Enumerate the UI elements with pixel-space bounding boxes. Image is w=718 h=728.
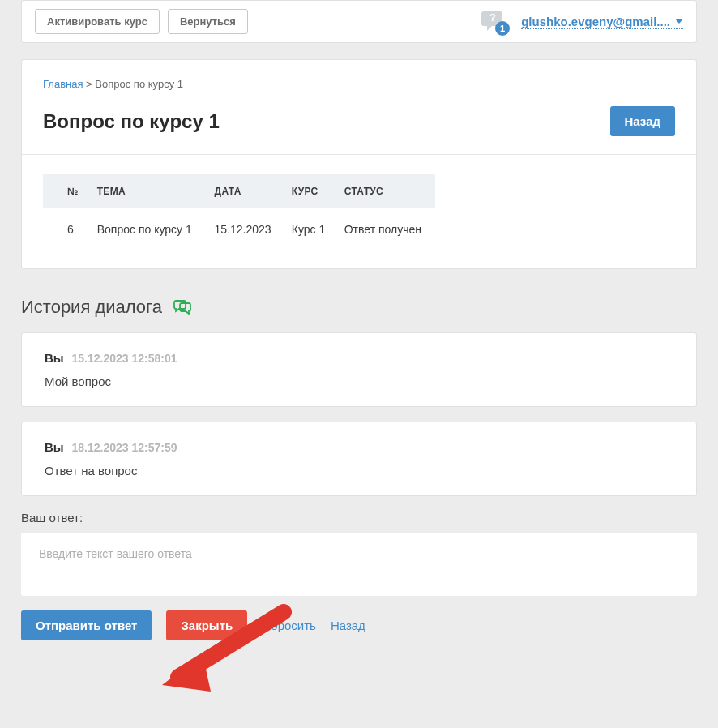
close-button[interactable]: Закрыть: [166, 610, 247, 640]
message-author: Вы: [45, 440, 64, 454]
message-timestamp: 18.12.2023 12:57:59: [72, 441, 177, 454]
message-card: Вы 18.12.2023 12:57:59 Ответ на вопрос: [21, 422, 697, 496]
table-header-row: № ТЕМА ДАТА КУРС СТАТУС: [43, 174, 435, 208]
th-status: СТАТУС: [336, 174, 435, 208]
cell-date: 15.12.2023: [207, 208, 284, 251]
breadcrumb: Главная > Вопрос по курсу 1: [43, 78, 675, 90]
page-title: Вопрос по курсу 1: [43, 110, 220, 133]
svg-marker-1: [162, 654, 211, 660]
return-button[interactable]: Вернуться: [168, 9, 248, 34]
cell-topic: Вопрос по курсу 1: [89, 208, 207, 251]
chevron-down-icon: [675, 19, 683, 24]
reply-placeholder: Введите текст вашего ответа: [39, 547, 192, 560]
divider: [22, 154, 696, 155]
message-author: Вы: [45, 351, 64, 365]
breadcrumb-sep: >: [86, 78, 95, 90]
reply-label: Ваш ответ:: [21, 511, 697, 525]
user-menu[interactable]: glushko.evgeny@gmail....: [521, 15, 683, 29]
chat-icon: [173, 300, 191, 315]
breadcrumb-home[interactable]: Главная: [43, 78, 83, 90]
topbar: Активировать курс Вернуться ? 1 glushko.…: [21, 0, 697, 43]
th-course: КУРС: [284, 174, 336, 208]
table-row: 6 Вопрос по курсу 1 15.12.2023 Курс 1 От…: [43, 208, 435, 251]
notifications-icon[interactable]: ? 1: [481, 10, 508, 34]
reset-link[interactable]: Сбросить: [262, 619, 316, 632]
notif-badge: 1: [495, 21, 510, 36]
cell-status: Ответ получен: [336, 208, 435, 251]
topbar-right: ? 1 glushko.evgeny@gmail....: [481, 10, 683, 34]
message-body: Мой вопрос: [45, 375, 673, 388]
user-email-text: glushko.evgeny@gmail....: [521, 15, 670, 28]
question-table: № ТЕМА ДАТА КУРС СТАТУС 6 Вопрос по курс…: [43, 174, 435, 251]
breadcrumb-current: Вопрос по курсу 1: [95, 78, 183, 90]
message-card: Вы 15.12.2023 12:58:01 Мой вопрос: [21, 332, 697, 407]
svg-text:?: ?: [489, 11, 496, 24]
message-body: Ответ на вопрос: [45, 464, 673, 477]
cell-course: Курс 1: [284, 208, 336, 251]
back-link[interactable]: Назад: [331, 619, 365, 632]
th-num: №: [43, 174, 89, 208]
topbar-left: Активировать курс Вернуться: [35, 9, 248, 34]
actions-row: Отправить ответ Закрыть Сбросить Назад: [21, 610, 697, 640]
send-answer-button[interactable]: Отправить ответ: [21, 610, 152, 640]
message-meta: Вы 18.12.2023 12:57:59: [45, 440, 673, 454]
th-topic: ТЕМА: [89, 174, 207, 208]
title-row: Вопрос по курсу 1 Назад: [43, 106, 675, 136]
th-date: ДАТА: [207, 174, 284, 208]
activate-course-button[interactable]: Активировать курс: [35, 9, 160, 34]
message-timestamp: 15.12.2023 12:58:01: [72, 352, 177, 365]
question-card: Главная > Вопрос по курсу 1 Вопрос по ку…: [21, 59, 697, 269]
back-button[interactable]: Назад: [610, 106, 675, 136]
reply-input[interactable]: Введите текст вашего ответа: [21, 533, 697, 596]
history-header: История диалога: [21, 297, 697, 318]
history-title: История диалога: [21, 297, 162, 318]
message-meta: Вы 15.12.2023 12:58:01: [45, 351, 673, 365]
cell-num: 6: [43, 208, 89, 251]
